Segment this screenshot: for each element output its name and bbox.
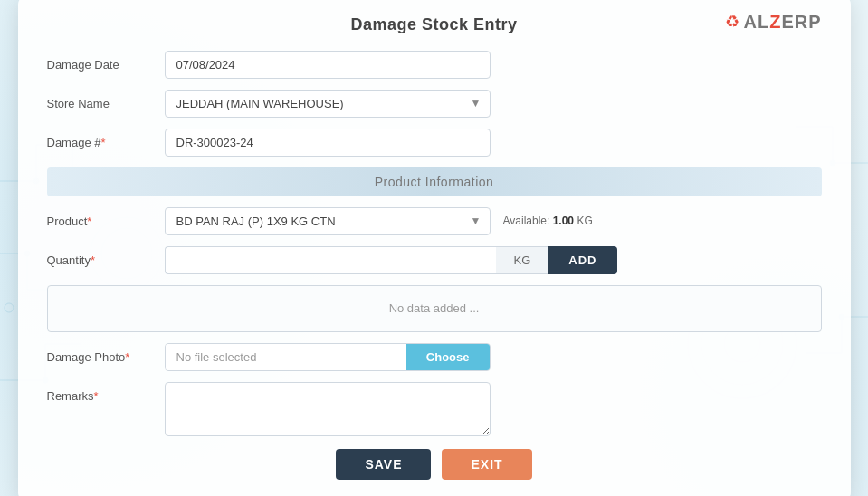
- logo-icon: ♻: [725, 12, 739, 32]
- product-select-wrapper: BD PAN RAJ (P) 1X9 KG CTN ▼: [165, 207, 491, 235]
- form-actions: SAVE EXIT: [47, 449, 822, 480]
- damage-photo-row: Damage Photo* No file selected Choose: [47, 343, 822, 371]
- logo: ♻ ALZERP: [725, 12, 821, 33]
- file-no-selection-label: No file selected: [166, 344, 406, 370]
- section-header-product: Product Information: [47, 167, 822, 196]
- product-row: Product* BD PAN RAJ (P) 1X9 KG CTN ▼ Ava…: [47, 207, 822, 235]
- product-required: *: [87, 215, 91, 228]
- remarks-required: *: [94, 389, 99, 403]
- damage-date-input[interactable]: [165, 51, 491, 79]
- remarks-textarea[interactable]: [165, 382, 491, 436]
- store-name-label: Store Name: [47, 97, 165, 110]
- damage-num-label: Damage #*: [47, 136, 165, 149]
- quantity-label: Quantity*: [47, 253, 165, 267]
- logo-erp: ERP: [781, 12, 821, 32]
- quantity-input[interactable]: [165, 246, 496, 274]
- file-input-wrapper: No file selected Choose: [165, 343, 491, 371]
- logo-al: AL: [743, 12, 769, 32]
- store-name-select[interactable]: JEDDAH (MAIN WAREHOUSE): [165, 90, 491, 118]
- product-select[interactable]: BD PAN RAJ (P) 1X9 KG CTN: [165, 207, 491, 235]
- store-select-wrapper: JEDDAH (MAIN WAREHOUSE) ▼: [165, 90, 491, 118]
- product-label: Product*: [47, 215, 165, 228]
- logo-text: ALZERP: [743, 12, 821, 33]
- damage-stock-entry-card: Damage Stock Entry ♻ ALZERP Damage Date …: [18, 0, 851, 496]
- available-text: Available: 1.00 KG: [503, 215, 593, 227]
- damage-date-row: Damage Date: [47, 51, 822, 79]
- save-button[interactable]: SAVE: [336, 449, 431, 480]
- no-data-box: No data added ...: [47, 285, 822, 332]
- damage-photo-label: Damage Photo*: [47, 350, 165, 364]
- svg-point-4: [5, 303, 14, 312]
- page-title: Damage Stock Entry: [350, 15, 517, 34]
- add-button[interactable]: ADD: [548, 246, 616, 274]
- card-header: Damage Stock Entry ♻ ALZERP: [47, 15, 822, 34]
- exit-button[interactable]: EXIT: [442, 449, 531, 480]
- damage-date-label: Damage Date: [47, 58, 165, 72]
- damage-num-row: Damage #*: [47, 129, 822, 157]
- quantity-input-group: KG ADD: [165, 246, 617, 274]
- store-name-row: Store Name JEDDAH (MAIN WAREHOUSE) ▼: [47, 90, 822, 118]
- available-value: 1.00: [553, 215, 574, 227]
- no-data-text: No data added ...: [389, 301, 480, 315]
- choose-file-button[interactable]: Choose: [406, 344, 490, 370]
- quantity-row: Quantity* KG ADD: [47, 246, 822, 274]
- logo-z: Z: [769, 12, 781, 32]
- damage-photo-required: *: [125, 350, 129, 364]
- damage-num-required: *: [100, 136, 105, 149]
- quantity-required: *: [91, 253, 95, 267]
- damage-num-input[interactable]: [165, 129, 491, 157]
- quantity-unit: KG: [496, 246, 549, 274]
- remarks-label: Remarks*: [47, 382, 165, 403]
- remarks-row: Remarks*: [47, 382, 822, 436]
